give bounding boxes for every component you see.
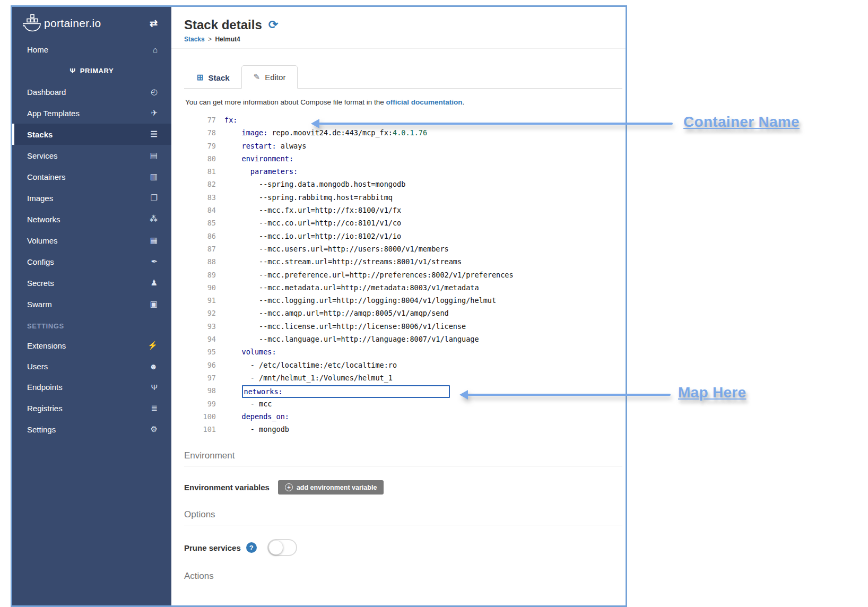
code-line-94[interactable]: 94 --mcc.language.url=http://language:80… bbox=[184, 333, 622, 345]
line-number: 94 bbox=[184, 333, 224, 345]
sidebar-item-users[interactable]: Users☻ bbox=[12, 356, 171, 377]
sidebar-item-settings[interactable]: Settings⚙ bbox=[12, 419, 171, 440]
line-number: 93 bbox=[184, 320, 224, 333]
rocket-icon: ✈ bbox=[151, 108, 158, 118]
line-number: 83 bbox=[184, 191, 224, 204]
sidebar-item-configs[interactable]: Configs✒ bbox=[12, 251, 171, 272]
volumes-cubes-icon: ▦ bbox=[150, 236, 158, 245]
code-line-90[interactable]: 90 --mcc.metadata.url=http://metadata:80… bbox=[184, 281, 622, 294]
configs-file-icon: ✒ bbox=[151, 257, 158, 266]
sidebar-item-home[interactable]: Home⌂ bbox=[12, 39, 171, 60]
add-environment-variable-button[interactable]: + add environment variable bbox=[278, 480, 384, 495]
page-title: Stack details bbox=[184, 18, 262, 32]
compose-info-suffix: . bbox=[462, 98, 464, 106]
sidebar-item-stacks[interactable]: Stacks☰ bbox=[12, 124, 171, 145]
prune-services-toggle[interactable] bbox=[267, 539, 297, 556]
dashboard-gauge-icon: ◴ bbox=[151, 87, 158, 97]
code-line-97[interactable]: 97 - /mnt/helmut_1:/Volumes/helmut_1 bbox=[184, 371, 622, 384]
line-number: 81 bbox=[184, 165, 224, 178]
users-icon: ☻ bbox=[149, 362, 158, 371]
code-line-89[interactable]: 89 --mcc.preference.url=http://preferenc… bbox=[184, 268, 622, 281]
code-line-82[interactable]: 82 --spring.data.mongodb.host=mongodb bbox=[184, 178, 622, 190]
line-number: 79 bbox=[184, 140, 224, 152]
code-line-88[interactable]: 88 --mcc.stream.url=http://streams:8001/… bbox=[184, 255, 622, 268]
line-number: 95 bbox=[184, 345, 224, 358]
code-line-99[interactable]: 99 - mcc bbox=[184, 397, 622, 410]
networks-sitemap-icon: ⁂ bbox=[150, 214, 158, 224]
secrets-user-icon: ♟ bbox=[151, 278, 158, 288]
portainer-logo-icon[interactable] bbox=[23, 14, 42, 33]
settings-gears-icon: ⚙ bbox=[151, 424, 158, 434]
options-section-heading: Options bbox=[184, 509, 622, 525]
line-number: 86 bbox=[184, 230, 224, 242]
compose-info-text: You can get more information about Compo… bbox=[185, 98, 621, 106]
code-line-81[interactable]: 81 parameters: bbox=[184, 165, 622, 178]
sidebar-item-registries[interactable]: Registries≣ bbox=[12, 397, 171, 419]
line-number: 97 bbox=[184, 371, 224, 384]
main-panel: Stack details ⟳ Stacks > Helmut4 ⊞ Stack… bbox=[171, 7, 626, 605]
code-line-95[interactable]: 95 volumes: bbox=[184, 345, 622, 358]
breadcrumb-stacks-link[interactable]: Stacks bbox=[184, 36, 205, 43]
sidebar-item-images[interactable]: Images❐ bbox=[12, 187, 171, 209]
registries-database-icon: ≣ bbox=[151, 403, 158, 413]
code-line-80[interactable]: 80 environment: bbox=[184, 152, 622, 165]
code-line-91[interactable]: 91 --mcc.logging.url=http://logging:8004… bbox=[184, 294, 622, 307]
code-line-86[interactable]: 86 --mcc.io.url=http://io:8102/v1/io bbox=[184, 230, 622, 242]
sidebar-section-settings: SETTINGS bbox=[12, 315, 171, 335]
sidebar-header: portainer.io ⇄ bbox=[12, 7, 171, 39]
code-line-85[interactable]: 85 --mcc.co.url=http://co:8101/v1/co bbox=[184, 216, 622, 229]
sidebar-collapse-icon[interactable]: ⇄ bbox=[150, 18, 158, 29]
code-line-96[interactable]: 96 - /etc/localtime:/etc/localtime:ro bbox=[184, 359, 622, 371]
containers-icon: ▥ bbox=[150, 172, 158, 181]
line-number: 87 bbox=[184, 242, 224, 255]
sidebar-item-endpoints[interactable]: EndpointsΨ bbox=[12, 377, 171, 397]
sidebar-item-swarm[interactable]: Swarm▣ bbox=[12, 293, 171, 315]
endpoints-plug-icon: Ψ bbox=[151, 383, 158, 392]
line-number: 82 bbox=[184, 178, 224, 190]
sidebar-item-networks[interactable]: Networks⁂ bbox=[12, 209, 171, 230]
code-line-101[interactable]: 101 - mongodb bbox=[184, 423, 622, 436]
refresh-icon[interactable]: ⟳ bbox=[268, 19, 278, 31]
line-number: 88 bbox=[184, 255, 224, 268]
code-line-84[interactable]: 84 --mcc.fx.url=http://fx:8100/v1/fx bbox=[184, 204, 622, 216]
brand-name[interactable]: portainer.io bbox=[44, 17, 101, 30]
title-row: Stack details ⟳ bbox=[184, 18, 613, 32]
code-line-87[interactable]: 87 --mcc.users.url=http://users:8000/v1/… bbox=[184, 242, 622, 255]
line-number: 101 bbox=[184, 423, 224, 436]
stack-grid-icon: ⊞ bbox=[197, 73, 204, 82]
official-documentation-link[interactable]: official documentation bbox=[386, 98, 462, 106]
sidebar-item-containers[interactable]: Containers▥ bbox=[12, 166, 171, 187]
line-number: 100 bbox=[184, 410, 224, 423]
environment-section-heading: Environment bbox=[184, 450, 622, 466]
prune-services-label: Prune services bbox=[184, 543, 241, 552]
line-number: 98 bbox=[184, 384, 224, 397]
tab-editor[interactable]: ✎ Editor bbox=[241, 65, 298, 89]
sidebar-item-extensions[interactable]: Extensions⚡ bbox=[12, 335, 171, 356]
stack-details-content: ⊞ Stack ✎ Editor You can get more inform… bbox=[171, 49, 626, 586]
code-line-78[interactable]: 78 image: repo.moovit24.de:443/mcp_fx:4.… bbox=[184, 126, 622, 139]
sidebar-item-dashboard[interactable]: Dashboard◴ bbox=[12, 81, 171, 102]
code-line-93[interactable]: 93 --mcc.license.url=http://license:8006… bbox=[184, 320, 622, 333]
plus-circle-icon: + bbox=[285, 483, 293, 491]
sidebar-item-secrets[interactable]: Secrets♟ bbox=[12, 272, 171, 293]
code-line-100[interactable]: 100 depends_on: bbox=[184, 410, 622, 423]
toggle-knob bbox=[269, 541, 283, 554]
line-number: 89 bbox=[184, 268, 224, 281]
pencil-icon: ✎ bbox=[254, 72, 261, 82]
code-line-92[interactable]: 92 --mcc.amqp.url=http://amqp:8005/v1/am… bbox=[184, 307, 622, 319]
line-number: 99 bbox=[184, 397, 224, 410]
code-line-79[interactable]: 79 restart: always bbox=[184, 140, 622, 152]
tab-stack[interactable]: ⊞ Stack bbox=[185, 66, 241, 89]
tab-stack-label: Stack bbox=[209, 73, 230, 82]
line-number: 85 bbox=[184, 216, 224, 229]
code-line-83[interactable]: 83 --spring.rabbitmq.host=rabbitmq bbox=[184, 191, 622, 204]
extensions-bolt-icon: ⚡ bbox=[147, 341, 158, 350]
sidebar-item-volumes[interactable]: Volumes▦ bbox=[12, 230, 171, 251]
prune-help-icon[interactable]: ? bbox=[246, 542, 257, 553]
sidebar-item-app-templates[interactable]: App Templates✈ bbox=[12, 102, 171, 124]
sidebar-nav: Home⌂ΨPRIMARYDashboard◴App Templates✈Sta… bbox=[12, 39, 171, 440]
sidebar-item-services[interactable]: Services▤ bbox=[12, 145, 171, 166]
line-number: 77 bbox=[184, 114, 224, 126]
line-number: 90 bbox=[184, 281, 224, 294]
compose-editor[interactable]: 77fx:78 image: repo.moovit24.de:443/mcp_… bbox=[184, 114, 622, 436]
